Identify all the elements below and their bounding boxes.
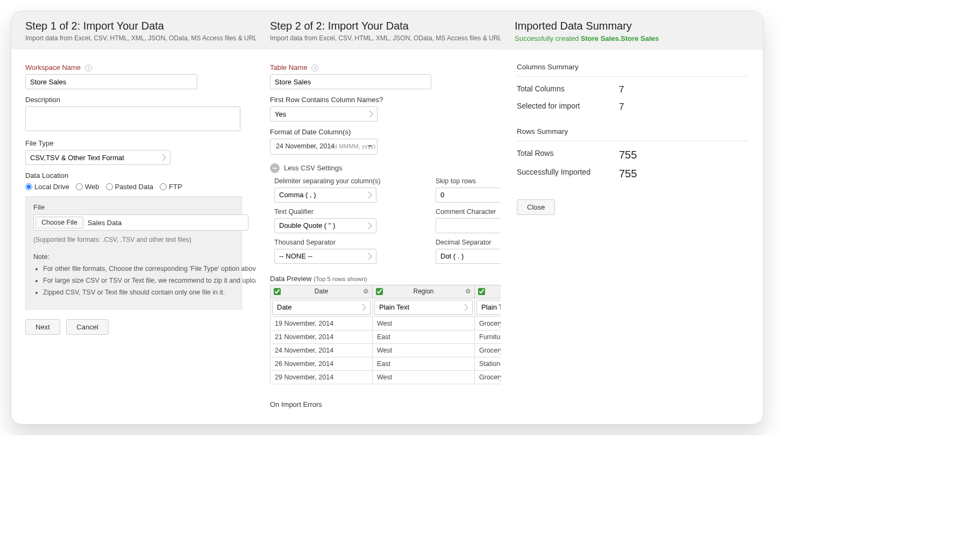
note-item: Zipped CSV, TSV or Text file should cont…	[43, 289, 234, 296]
next-button[interactable]: Next	[25, 319, 60, 335]
data-location-option[interactable]: Web	[76, 183, 99, 191]
date-format-label: Format of Date Column(s)	[270, 128, 487, 136]
step1-subtitle: Import data from Excel, CSV, HTML, XML, …	[25, 34, 242, 42]
thousand-sep-label: Thousand Separator	[274, 239, 382, 246]
summary-title: Imported Data Summary	[515, 20, 750, 32]
close-button[interactable]: Close	[517, 199, 555, 215]
cancel-button[interactable]: Cancel	[66, 319, 108, 335]
data-location-option[interactable]: Local Drive	[25, 183, 69, 191]
help-icon[interactable]: ?	[85, 64, 92, 71]
table-name-input[interactable]	[270, 74, 431, 89]
file-type-select[interactable]: CSV,TSV & Other Text Format	[25, 150, 170, 165]
step2-header: Step 2 of 2: Import Your Data Import dat…	[256, 11, 501, 49]
app-frame: Step 1 of 2: Import Your Data Import dat…	[11, 11, 764, 425]
first-row-select[interactable]: Yes	[270, 106, 378, 121]
workspace-name-input[interactable]	[25, 74, 197, 89]
description-input[interactable]	[25, 106, 240, 131]
rows-summary-heading: Rows Summary	[517, 127, 748, 139]
column-type-select[interactable]: Plain Text	[374, 300, 473, 315]
chevron-down-icon	[368, 145, 372, 149]
data-preview-table: Date⚙Region⚙Product⚙ DatePlain TextPlain…	[270, 285, 501, 384]
data-location-radios: Local DriveWebPasted DataFTP	[25, 183, 242, 191]
selected-file-name: Sales Data	[88, 219, 122, 227]
total-rows-label: Total Rows	[517, 149, 619, 161]
note-title: Note:	[33, 253, 234, 261]
summary-header: Imported Data Summary Successfully creat…	[501, 11, 764, 50]
table-row: 29 November, 2014WestGrocery	[271, 370, 501, 384]
table-row: 21 November, 2014EastFurniture	[271, 330, 501, 343]
text-qualifier-select[interactable]: Double Quote ( " )	[274, 218, 376, 233]
data-location-label: Data Location	[25, 171, 242, 180]
table-name-label: Table Name ?	[270, 63, 487, 71]
summary-panel: Imported Data Summary Successfully creat…	[501, 11, 764, 424]
text-qualifier-label: Text Qualifier	[274, 208, 382, 216]
step1-header: Step 1 of 2: Import Your Data Import dat…	[11, 11, 256, 49]
file-type-label: File Type	[25, 139, 242, 147]
step2-title: Step 2 of 2: Import Your Data	[270, 20, 487, 32]
note-item: For other file formats, Choose the corre…	[43, 265, 234, 272]
decimal-sep-label: Decimal Separator	[436, 239, 501, 246]
collapse-icon[interactable]: −	[270, 163, 280, 173]
data-location-option[interactable]: Pasted Data	[106, 183, 154, 191]
description-label: Description	[25, 96, 242, 104]
column-checkbox[interactable]	[478, 288, 485, 295]
data-location-option[interactable]: FTP	[160, 183, 182, 191]
file-box: File Choose File Sales Data (Supported f…	[25, 196, 242, 310]
comment-char-input[interactable]	[436, 218, 501, 233]
step1-title: Step 1 of 2: Import Your Data	[25, 20, 242, 32]
delimiter-label: Delimiter separating your column(s)	[274, 177, 382, 185]
column-checkbox[interactable]	[376, 288, 383, 295]
column-header: Region⚙	[373, 285, 475, 298]
success-message: Successfully created Store Sales.Store S…	[515, 34, 750, 42]
first-row-label: First Row Contains Column Names?	[270, 96, 487, 104]
column-type-select[interactable]: Plain Text	[476, 300, 501, 315]
column-header: Date⚙	[271, 285, 373, 298]
step2-panel: Step 2 of 2: Import Your Data Import dat…	[256, 11, 501, 424]
choose-file-button[interactable]: Choose File	[35, 217, 83, 228]
selected-columns-label: Selected for import	[517, 102, 619, 112]
imported-rows-label: Successfully Imported	[517, 168, 619, 180]
file-label: File	[33, 203, 234, 211]
gear-icon[interactable]: ⚙	[465, 288, 471, 295]
table-row: 24 November, 2014WestGrocery	[271, 343, 501, 357]
notes-list: For other file formats, Choose the corre…	[43, 265, 234, 296]
imported-rows-value: 755	[619, 168, 637, 180]
column-checkbox[interactable]	[274, 288, 281, 295]
table-row: 19 November, 2014WestGrocery	[271, 317, 501, 330]
table-row: 26 November, 2014EastStationery	[271, 357, 501, 370]
supported-formats-text: (Supported file formats: .CSV, .TSV and …	[33, 236, 234, 243]
total-columns-value: 7	[619, 84, 624, 95]
delimiter-select[interactable]: Comma ( , )	[274, 188, 376, 203]
date-format-select[interactable]: 24 November, 2014 (dd MMMM, yyyy)	[270, 139, 378, 155]
thousand-sep-select[interactable]: -- NONE --	[274, 249, 376, 264]
on-import-errors-label: On Import Errors	[270, 400, 487, 408]
preview-title: Data Preview (Top 5 rows shown)	[270, 275, 487, 283]
note-item: For large size CSV or TSV or Text file, …	[43, 277, 234, 284]
skip-rows-input[interactable]	[436, 188, 501, 203]
step2-subtitle: Import data from Excel, CSV, HTML, XML, …	[270, 34, 487, 42]
gear-icon[interactable]: ⚙	[363, 288, 369, 295]
total-rows-value: 755	[619, 149, 637, 161]
skip-rows-label: Skip top rows	[436, 177, 501, 185]
decimal-sep-select[interactable]: Dot ( . )	[436, 249, 501, 264]
column-header: Product⚙	[475, 285, 501, 298]
total-columns-label: Total Columns	[517, 84, 619, 95]
step1-panel: Step 1 of 2: Import Your Data Import dat…	[11, 11, 256, 424]
workspace-name-label: Workspace Name ?	[25, 63, 242, 71]
comment-char-label: Comment Character	[436, 208, 501, 216]
csv-settings-toggle[interactable]: Less CSV Settings	[284, 164, 342, 172]
selected-columns-value: 7	[619, 102, 624, 112]
column-type-select[interactable]: Date	[272, 300, 371, 315]
help-icon[interactable]: ?	[311, 64, 318, 71]
columns-summary-heading: Columns Summary	[517, 63, 748, 74]
